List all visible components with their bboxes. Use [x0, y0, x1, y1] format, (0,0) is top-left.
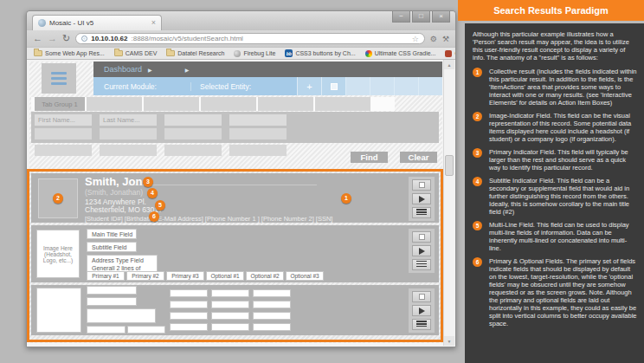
- search-input[interactable]: [100, 145, 157, 156]
- main-title-field: Main Title Field: [87, 229, 137, 239]
- bookmarks-bar: Some Web App Res... CAMS DEV Datatel Res…: [27, 47, 455, 60]
- tab-group-1[interactable]: Tab Group 1: [35, 97, 85, 111]
- panel-item: 4 Subtitle Indicator Field. This field c…: [473, 177, 637, 216]
- panel-item: 5 Multi-Line Field. This field can be us…: [473, 221, 637, 252]
- checkbox-icon: [419, 182, 425, 188]
- search-input[interactable]: [229, 128, 287, 139]
- search-input[interactable]: [229, 145, 287, 156]
- maximize-button[interactable]: □: [412, 11, 430, 23]
- result-menu-button[interactable]: [412, 319, 431, 330]
- entity-action-cell[interactable]: [394, 77, 418, 95]
- item-number-badge: 2: [473, 112, 482, 121]
- bookmark-item[interactable]: Ultimate CSS Gradie...: [365, 50, 436, 57]
- play-icon: [419, 308, 425, 314]
- wireframe-cell: [211, 312, 249, 320]
- entity-action-cell[interactable]: [418, 77, 442, 95]
- search-input[interactable]: [229, 114, 287, 126]
- result-menu-button[interactable]: [412, 259, 431, 270]
- panel-intro: Although this particular example illustr…: [473, 30, 637, 62]
- bookmark-item[interactable]: Online JavaScript be...: [445, 50, 455, 57]
- address-bar[interactable]: 10.10.10.62 :8888/mosaic/v5/studentSearc…: [75, 33, 425, 44]
- forward-icon[interactable]: →: [48, 34, 57, 43]
- reload-icon[interactable]: ↻: [62, 34, 70, 43]
- breadcrumb-arrow-icon: ▶: [185, 67, 190, 73]
- panel-body: Although this particular example illustr…: [465, 23, 644, 363]
- tab-placeholder[interactable]: [87, 97, 142, 111]
- bookmark-item[interactable]: bbCSS3 buttons by Ch...: [285, 49, 355, 57]
- result-title: Smith, Jon: [85, 175, 142, 188]
- open-result-button[interactable]: [412, 193, 431, 204]
- close-button[interactable]: ×: [432, 11, 450, 23]
- search-input[interactable]: [100, 128, 157, 139]
- tab-title: Mosaic - UI v5: [49, 19, 148, 27]
- scroll-up-icon[interactable]: ▲: [444, 60, 454, 69]
- item-actions: [409, 229, 435, 273]
- bookmark-star-icon[interactable]: ☆: [412, 35, 419, 43]
- entity-action-cell[interactable]: [370, 77, 394, 95]
- item-number-badge: 4: [473, 177, 482, 186]
- panel-item: 3 Primary Indicator Field. This field wi…: [473, 148, 637, 172]
- bookmark-item[interactable]: CAMS DEV: [114, 50, 158, 56]
- optional-field-chip: Optional #3: [286, 271, 324, 281]
- result-menu-button[interactable]: [412, 207, 431, 218]
- open-result-button[interactable]: [412, 245, 431, 256]
- annotation-badge: 3: [143, 177, 153, 187]
- wireframe-box: [87, 308, 156, 323]
- page-scrollbar[interactable]: ▲ ▼: [443, 60, 454, 346]
- scrollbar-thumb[interactable]: [445, 155, 454, 176]
- open-result-button[interactable]: [412, 305, 431, 316]
- panel-item-text: Primary & Optional Fields. The primary s…: [489, 257, 637, 327]
- search-results-area: 2 Smith, Jon 3 (Smith, Jonathan) 4 1234 …: [27, 169, 443, 342]
- panel-item-text: Collective result (includes the fields i…: [489, 68, 637, 107]
- tab-close-icon[interactable]: ×: [151, 19, 156, 27]
- result-card-wireframe[interactable]: Image Here (Headshot, Logo, etc...) Main…: [31, 225, 439, 282]
- panel-item: 6 Primary & Optional Fields. The primary…: [473, 257, 637, 327]
- result-card[interactable]: 2 Smith, Jon 3 (Smith, Jonathan) 4 1234 …: [31, 173, 439, 223]
- bookmark-item[interactable]: Some Web App Res...: [34, 50, 105, 56]
- page-menu-icon[interactable]: ⚙: [430, 35, 437, 43]
- tab-group-row: Tab Group 1: [31, 97, 441, 111]
- search-input[interactable]: [35, 145, 92, 156]
- entity-action-cell[interactable]: [345, 77, 370, 95]
- find-button[interactable]: Find: [351, 152, 388, 163]
- scroll-down-icon[interactable]: ▼: [444, 336, 454, 346]
- last-name-input[interactable]: Last Name...: [100, 114, 157, 126]
- selected-entity-label: Selected Entity:: [190, 82, 297, 91]
- tab-placeholder[interactable]: [315, 97, 370, 111]
- browser-tab[interactable]: Mosaic - UI v5 ×: [32, 15, 162, 30]
- firebug-icon: [234, 50, 241, 57]
- item-number-badge: 5: [473, 221, 482, 230]
- tab-placeholder[interactable]: [258, 97, 313, 111]
- select-result-button[interactable]: [412, 231, 431, 243]
- tab-placeholder[interactable]: [144, 97, 199, 111]
- first-name-input[interactable]: First Name...: [35, 114, 92, 126]
- primary-field-chip: Primary #1: [87, 271, 125, 281]
- browser-toolbar: ← → ↻ 10.10.10.62 :8888/mosaic/v5/studen…: [27, 30, 455, 47]
- search-input[interactable]: [164, 114, 222, 126]
- search-input[interactable]: [164, 128, 222, 139]
- add-entity-button[interactable]: +: [297, 77, 321, 95]
- wireframe-cell: [253, 301, 291, 308]
- folder-icon: [114, 50, 123, 56]
- tab-placeholder[interactable]: [201, 97, 256, 111]
- app-menu-button[interactable]: [42, 63, 76, 94]
- minimize-button[interactable]: −: [392, 11, 410, 23]
- select-result-button[interactable]: [412, 291, 431, 302]
- panel-item: 1 Collective result (includes the fields…: [473, 68, 637, 107]
- bookmark-item[interactable]: Firebug Lite: [234, 50, 275, 57]
- wireframe-cell: [253, 289, 291, 297]
- entity-square-button[interactable]: [321, 77, 345, 95]
- clear-button[interactable]: Clear: [400, 152, 437, 163]
- annotation-badge: 2: [53, 193, 63, 204]
- window-controls: − □ ×: [392, 11, 450, 23]
- select-result-button[interactable]: [412, 179, 431, 191]
- breadcrumb[interactable]: Dashboard: [104, 65, 142, 74]
- search-input[interactable]: [35, 128, 92, 139]
- result-card-wireframe[interactable]: [31, 285, 439, 335]
- list-icon: [416, 209, 427, 217]
- search-input[interactable]: [164, 145, 222, 156]
- wireframe-cell: [253, 323, 291, 331]
- wrench-icon[interactable]: ⚒: [442, 35, 449, 43]
- bookmark-item[interactable]: Datatel Research: [166, 50, 224, 56]
- back-icon[interactable]: ←: [33, 34, 42, 43]
